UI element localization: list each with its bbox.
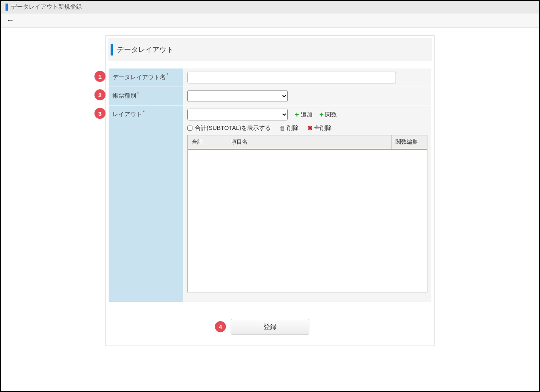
callout-3: 3 — [94, 108, 105, 119]
callout-1: 1 — [94, 71, 105, 82]
footer: 4 登録 — [106, 309, 434, 346]
grid-col-total: 合計 — [188, 135, 227, 149]
row-layout-name: 1 データレイアウト名* — [109, 68, 432, 87]
report-type-select[interactable] — [187, 90, 288, 102]
grid-header: 合計 項目名 関数編集 — [188, 135, 427, 150]
row-layout: 3 レイアウト* + 追加 + 関数 — [109, 105, 432, 302]
back-arrow-icon[interactable]: ← — [6, 16, 14, 25]
submit-button[interactable]: 登録 — [231, 319, 309, 335]
show-subtotal-input[interactable] — [187, 126, 192, 131]
function-label: 関数 — [325, 111, 337, 118]
grid-col-name: 項目名 — [227, 135, 392, 149]
layout-grid: 合計 項目名 関数編集 — [187, 135, 427, 292]
required-icon: * — [166, 72, 168, 78]
section-header: データレイアウト — [108, 38, 432, 61]
label-layout: 3 レイアウト* — [109, 105, 183, 302]
layout-toolbar-1: + 追加 + 関数 — [187, 109, 427, 120]
plus-icon: + — [295, 111, 299, 118]
grid-body[interactable] — [188, 150, 427, 292]
layout-name-input[interactable] — [187, 72, 396, 83]
callout-2: 2 — [94, 89, 105, 100]
label-layout-text: レイアウト — [113, 111, 142, 117]
grid-col-fn: 関数編集 — [392, 135, 427, 149]
add-button[interactable]: + 追加 — [295, 111, 313, 118]
delete-label: 削除 — [287, 124, 299, 132]
back-bar: ← — [1, 13, 539, 28]
form-table: 1 データレイアウト名* 2 帳票種別* 3 レイアウト — [108, 68, 432, 302]
function-button[interactable]: + 関数 — [320, 111, 337, 118]
plus-icon: + — [320, 111, 324, 118]
title-marker-icon — [6, 4, 8, 11]
page-title: データレイアウト新規登録 — [11, 3, 82, 11]
section-accent-icon — [111, 44, 113, 55]
label-report-type: 2 帳票種別* — [109, 87, 183, 105]
show-subtotal-label: 合計(SUBTOTAL)を表示する — [195, 124, 271, 132]
cell-layout-name — [183, 68, 432, 87]
form-panel: データレイアウト 1 データレイアウト名* 2 帳票種別* — [105, 35, 435, 346]
layout-field-select[interactable] — [187, 109, 288, 120]
section-title: データレイアウト — [117, 45, 174, 54]
required-icon: * — [137, 91, 139, 96]
label-layout-name-text: データレイアウト名 — [113, 74, 166, 80]
cell-layout: + 追加 + 関数 合計(SUBTOTAL)を表示する — [183, 105, 432, 302]
delete-all-button[interactable]: ✖ 全削除 — [307, 124, 332, 132]
required-icon: * — [143, 109, 145, 115]
callout-4: 4 — [215, 321, 226, 332]
cell-report-type — [183, 87, 432, 105]
label-report-type-text: 帳票種別 — [113, 92, 136, 99]
delete-all-label: 全削除 — [314, 124, 332, 132]
trash-icon: 🗑 — [279, 125, 285, 131]
delete-button[interactable]: 🗑 削除 — [279, 124, 299, 132]
x-icon: ✖ — [307, 124, 313, 132]
layout-toolbar-2: 合計(SUBTOTAL)を表示する 🗑 削除 ✖ 全削除 — [187, 124, 427, 132]
show-subtotal-checkbox[interactable]: 合計(SUBTOTAL)を表示する — [187, 124, 271, 132]
label-layout-name: 1 データレイアウト名* — [109, 68, 183, 87]
add-label: 追加 — [301, 111, 313, 118]
row-report-type: 2 帳票種別* — [109, 87, 432, 105]
page-body: データレイアウト 1 データレイアウト名* 2 帳票種別* — [1, 28, 539, 346]
title-bar: データレイアウト新規登録 — [1, 1, 539, 13]
